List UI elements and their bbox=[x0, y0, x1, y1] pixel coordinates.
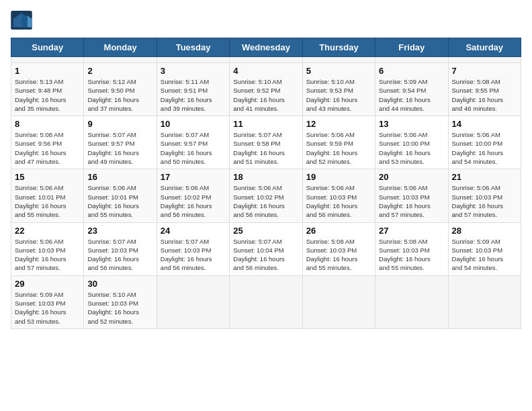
day-number: 2 bbox=[87, 66, 152, 76]
calendar-cell: 25Sunrise: 5:07 AM Sunset: 10:04 PM Dayl… bbox=[230, 222, 302, 275]
calendar-header-row: SundayMondayTuesdayWednesdayThursdayFrid… bbox=[11, 38, 521, 57]
day-number: 26 bbox=[306, 226, 371, 236]
calendar-cell: 15Sunrise: 5:06 AM Sunset: 10:01 PM Dayl… bbox=[11, 169, 84, 222]
calendar-cell: 6Sunrise: 5:09 AM Sunset: 9:54 PM Daylig… bbox=[375, 63, 448, 116]
calendar-week-row: 8Sunrise: 5:08 AM Sunset: 9:56 PM Daylig… bbox=[11, 116, 521, 169]
calendar-cell: 29Sunrise: 5:09 AM Sunset: 10:03 PM Dayl… bbox=[11, 275, 84, 328]
day-number: 20 bbox=[379, 172, 444, 182]
calendar-cell: 24Sunrise: 5:07 AM Sunset: 10:03 PM Dayl… bbox=[157, 222, 229, 275]
calendar-cell: 4Sunrise: 5:10 AM Sunset: 9:52 PM Daylig… bbox=[230, 63, 302, 116]
calendar-cell: 30Sunrise: 5:10 AM Sunset: 10:03 PM Dayl… bbox=[84, 275, 157, 328]
day-number: 25 bbox=[233, 226, 298, 236]
calendar-week-row bbox=[11, 57, 521, 63]
calendar-cell: 22Sunrise: 5:06 AM Sunset: 10:03 PM Dayl… bbox=[11, 222, 84, 275]
calendar-cell bbox=[11, 57, 84, 63]
cell-info: Sunrise: 5:06 AM Sunset: 10:00 PM Daylig… bbox=[379, 130, 444, 166]
cell-info: Sunrise: 5:06 AM Sunset: 10:02 PM Daylig… bbox=[233, 183, 298, 219]
calendar-cell bbox=[230, 275, 302, 328]
cell-info: Sunrise: 5:07 AM Sunset: 10:04 PM Daylig… bbox=[233, 237, 298, 273]
day-number: 23 bbox=[87, 226, 152, 236]
cell-info: Sunrise: 5:09 AM Sunset: 9:54 PM Dayligh… bbox=[379, 77, 444, 113]
cell-info: Sunrise: 5:06 AM Sunset: 10:02 PM Daylig… bbox=[161, 183, 226, 219]
cell-info: Sunrise: 5:06 AM Sunset: 10:03 PM Daylig… bbox=[15, 237, 80, 273]
day-number: 22 bbox=[15, 226, 80, 236]
calendar-week-row: 22Sunrise: 5:06 AM Sunset: 10:03 PM Dayl… bbox=[11, 222, 521, 275]
cell-info: Sunrise: 5:09 AM Sunset: 10:03 PM Daylig… bbox=[452, 237, 517, 273]
day-number: 27 bbox=[379, 226, 444, 236]
calendar-cell: 16Sunrise: 5:06 AM Sunset: 10:01 PM Dayl… bbox=[84, 169, 157, 222]
calendar-cell bbox=[157, 275, 229, 328]
calendar-table: SundayMondayTuesdayWednesdayThursdayFrid… bbox=[11, 38, 521, 329]
day-number: 17 bbox=[161, 172, 226, 182]
calendar-cell: 2Sunrise: 5:12 AM Sunset: 9:50 PM Daylig… bbox=[84, 63, 157, 116]
day-number: 19 bbox=[306, 172, 371, 182]
logo bbox=[11, 11, 35, 30]
calendar-week-row: 29Sunrise: 5:09 AM Sunset: 10:03 PM Dayl… bbox=[11, 275, 521, 328]
cell-info: Sunrise: 5:07 AM Sunset: 10:03 PM Daylig… bbox=[87, 237, 152, 273]
day-header: Wednesday bbox=[230, 38, 302, 57]
calendar-cell bbox=[84, 57, 157, 63]
cell-info: Sunrise: 5:08 AM Sunset: 9:55 PM Dayligh… bbox=[452, 77, 517, 113]
cell-info: Sunrise: 5:07 AM Sunset: 9:58 PM Dayligh… bbox=[233, 130, 298, 166]
cell-info: Sunrise: 5:06 AM Sunset: 10:03 PM Daylig… bbox=[379, 183, 444, 219]
calendar-cell: 7Sunrise: 5:08 AM Sunset: 9:55 PM Daylig… bbox=[448, 63, 521, 116]
day-number: 21 bbox=[452, 172, 517, 182]
cell-info: Sunrise: 5:10 AM Sunset: 9:52 PM Dayligh… bbox=[233, 77, 298, 113]
calendar-cell: 26Sunrise: 5:08 AM Sunset: 10:03 PM Dayl… bbox=[302, 222, 375, 275]
calendar-cell: 9Sunrise: 5:07 AM Sunset: 9:57 PM Daylig… bbox=[84, 116, 157, 169]
calendar-cell: 8Sunrise: 5:08 AM Sunset: 9:56 PM Daylig… bbox=[11, 116, 84, 169]
day-number: 15 bbox=[15, 172, 80, 182]
calendar-cell: 10Sunrise: 5:07 AM Sunset: 9:57 PM Dayli… bbox=[157, 116, 229, 169]
day-number: 5 bbox=[306, 66, 371, 76]
day-header: Thursday bbox=[302, 38, 375, 57]
day-header: Tuesday bbox=[157, 38, 229, 57]
day-number: 9 bbox=[87, 119, 152, 129]
day-number: 28 bbox=[452, 226, 517, 236]
calendar-cell bbox=[448, 57, 521, 63]
cell-info: Sunrise: 5:08 AM Sunset: 9:56 PM Dayligh… bbox=[15, 130, 80, 166]
day-number: 8 bbox=[15, 119, 80, 129]
day-number: 4 bbox=[233, 66, 298, 76]
cell-info: Sunrise: 5:06 AM Sunset: 10:03 PM Daylig… bbox=[452, 183, 517, 219]
calendar-cell: 12Sunrise: 5:06 AM Sunset: 9:59 PM Dayli… bbox=[302, 116, 375, 169]
day-number: 13 bbox=[379, 119, 444, 129]
cell-info: Sunrise: 5:06 AM Sunset: 10:00 PM Daylig… bbox=[452, 130, 517, 166]
day-number: 30 bbox=[87, 279, 152, 289]
calendar-cell: 23Sunrise: 5:07 AM Sunset: 10:03 PM Dayl… bbox=[84, 222, 157, 275]
calendar-week-row: 15Sunrise: 5:06 AM Sunset: 10:01 PM Dayl… bbox=[11, 169, 521, 222]
calendar-cell bbox=[302, 275, 375, 328]
calendar-cell: 28Sunrise: 5:09 AM Sunset: 10:03 PM Dayl… bbox=[448, 222, 521, 275]
day-number: 10 bbox=[161, 119, 226, 129]
cell-info: Sunrise: 5:07 AM Sunset: 9:57 PM Dayligh… bbox=[87, 130, 152, 166]
cell-info: Sunrise: 5:11 AM Sunset: 9:51 PM Dayligh… bbox=[161, 77, 226, 113]
cell-info: Sunrise: 5:07 AM Sunset: 9:57 PM Dayligh… bbox=[161, 130, 226, 166]
cell-info: Sunrise: 5:06 AM Sunset: 10:03 PM Daylig… bbox=[306, 183, 371, 219]
calendar-cell: 1Sunrise: 5:13 AM Sunset: 9:48 PM Daylig… bbox=[11, 63, 84, 116]
day-number: 18 bbox=[233, 172, 298, 182]
cell-info: Sunrise: 5:12 AM Sunset: 9:50 PM Dayligh… bbox=[87, 77, 152, 113]
cell-info: Sunrise: 5:08 AM Sunset: 10:03 PM Daylig… bbox=[306, 237, 371, 273]
calendar-cell: 5Sunrise: 5:10 AM Sunset: 9:53 PM Daylig… bbox=[302, 63, 375, 116]
calendar-cell: 18Sunrise: 5:06 AM Sunset: 10:02 PM Dayl… bbox=[230, 169, 302, 222]
day-number: 29 bbox=[15, 279, 80, 289]
calendar-cell: 11Sunrise: 5:07 AM Sunset: 9:58 PM Dayli… bbox=[230, 116, 302, 169]
calendar-cell: 17Sunrise: 5:06 AM Sunset: 10:02 PM Dayl… bbox=[157, 169, 229, 222]
day-number: 7 bbox=[452, 66, 517, 76]
calendar-cell: 3Sunrise: 5:11 AM Sunset: 9:51 PM Daylig… bbox=[157, 63, 229, 116]
calendar-cell: 21Sunrise: 5:06 AM Sunset: 10:03 PM Dayl… bbox=[448, 169, 521, 222]
cell-info: Sunrise: 5:06 AM Sunset: 9:59 PM Dayligh… bbox=[306, 130, 371, 166]
day-number: 12 bbox=[306, 119, 371, 129]
calendar-cell: 20Sunrise: 5:06 AM Sunset: 10:03 PM Dayl… bbox=[375, 169, 448, 222]
cell-info: Sunrise: 5:13 AM Sunset: 9:48 PM Dayligh… bbox=[15, 77, 80, 113]
cell-info: Sunrise: 5:09 AM Sunset: 10:03 PM Daylig… bbox=[15, 290, 80, 326]
calendar-cell bbox=[302, 57, 375, 63]
calendar-cell: 14Sunrise: 5:06 AM Sunset: 10:00 PM Dayl… bbox=[448, 116, 521, 169]
calendar-cell bbox=[375, 57, 448, 63]
calendar-cell bbox=[230, 57, 302, 63]
cell-info: Sunrise: 5:10 AM Sunset: 10:03 PM Daylig… bbox=[87, 290, 152, 326]
day-header: Sunday bbox=[11, 38, 84, 57]
calendar-cell bbox=[157, 57, 229, 63]
cell-info: Sunrise: 5:08 AM Sunset: 10:03 PM Daylig… bbox=[379, 237, 444, 273]
cell-info: Sunrise: 5:07 AM Sunset: 10:03 PM Daylig… bbox=[161, 237, 226, 273]
day-number: 11 bbox=[233, 119, 298, 129]
